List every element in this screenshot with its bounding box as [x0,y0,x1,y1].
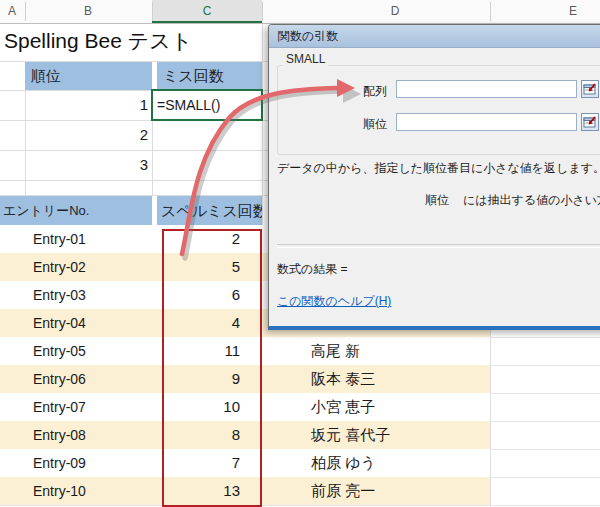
entrant-name-cell[interactable]: 前原 亮一 [311,477,489,505]
rank-cell[interactable]: 2 [60,120,148,150]
range-picker-icon [583,115,597,129]
formula-result-label: 数式の結果 = [277,261,348,278]
entry-no-cell[interactable]: Entry-08 [33,421,148,449]
rank-argument-label: 順位 [329,115,387,133]
rank-header-label: 順位 [25,62,152,90]
function-help-link[interactable]: この関数のヘルプ(H) [277,293,391,310]
array-argument-label: 配列 [329,82,387,100]
entry-no-cell[interactable]: Entry-02 [33,253,148,281]
function-description: データの中から、指定した順位番目に小さな値を返します。 [277,160,600,177]
entry-no-cell[interactable]: Entry-01 [33,225,148,253]
column-header-C: C [192,0,222,23]
rank-cell[interactable]: 3 [60,150,148,180]
entrant-name-cell[interactable]: 坂元 喜代子 [311,421,489,449]
spell-miss-header-cell[interactable]: スペルミス回数 [157,196,262,225]
sheet-title: Spelling Bee テスト [4,27,192,55]
column-header-B[interactable]: B [73,0,103,23]
column-separator [490,2,491,21]
entrant-name-cell[interactable]: 柏原 ゆう [311,449,489,477]
excel-window: Spelling Bee テスト 順位 ミス回数 1 2 3 =SMALL() … [0,0,600,507]
dialog-titlebar[interactable]: 関数の引数 [269,25,600,48]
dialog-title: 関数の引数 [278,25,338,47]
entry-no-header-label: エントリーNo. [0,196,152,225]
function-name-label: SMALL [283,52,328,66]
column-header-C-highlight[interactable]: C [152,0,262,23]
entrant-name-cell[interactable]: 小宮 恵子 [311,393,489,421]
miss-count-header-label: ミス回数 [157,62,262,90]
dialog-separator [277,244,600,248]
miss-count-header-cell[interactable]: ミス回数 [157,62,262,90]
red-range-annotation-box [162,229,262,507]
entry-no-cell[interactable]: Entry-06 [33,365,148,393]
entrant-name-cell[interactable]: 高尾 新 [311,337,489,365]
column-separator [262,2,263,21]
column-header-A[interactable]: A [0,0,27,23]
column-header-row: C A B D E [0,0,600,24]
rank-argument-input[interactable] [396,113,577,131]
entry-no-cell[interactable]: Entry-07 [33,393,148,421]
entry-no-cell[interactable]: Entry-05 [33,337,148,365]
entrant-name-cell[interactable]: 阪本 泰三 [311,365,489,393]
gridline-horizontal [0,505,600,506]
array-range-picker-button[interactable] [581,80,599,98]
entry-no-cell[interactable]: Entry-09 [33,449,148,477]
function-arguments-dialog: 関数の引数 SMALL 配列 順位 データの中 [268,24,600,330]
formula-cell[interactable]: =SMALL() [157,90,257,120]
range-picker-icon [583,82,597,96]
argument-help-prefix: 順位 [425,193,449,207]
array-argument-input[interactable] [396,80,577,98]
spell-miss-header-label: スペルミス回数 [157,196,262,225]
entry-no-header-cell[interactable]: エントリーNo. [0,196,152,225]
argument-help-text: 順位には抽出する値の小さい方 [425,192,600,209]
argument-help-body: には抽出する値の小さい方 [463,193,600,207]
entry-no-cell[interactable]: Entry-03 [33,281,148,309]
column-header-E[interactable]: E [558,0,588,23]
column-header-D[interactable]: D [380,0,410,23]
column-separator [25,2,26,21]
function-group-box [277,65,600,155]
rank-header-cell[interactable]: 順位 [25,62,152,90]
entry-no-cell[interactable]: Entry-04 [33,309,148,337]
rank-cell[interactable]: 1 [60,90,148,120]
rank-range-picker-button[interactable] [581,113,599,131]
column-separator [152,2,153,21]
entry-no-cell[interactable]: Entry-10 [33,477,148,505]
